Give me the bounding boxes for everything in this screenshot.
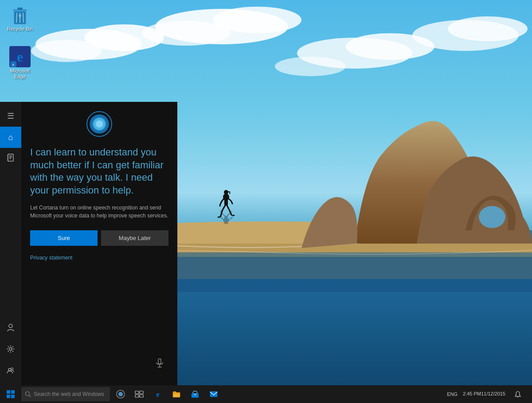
- svg-text:e: e: [156, 391, 159, 398]
- svg-rect-53: [11, 390, 15, 394]
- settings-icon: [6, 345, 15, 356]
- svg-rect-65: [173, 393, 180, 397]
- taskbar-cortana-icon: [116, 390, 125, 399]
- cortana-heading: I can learn to understand you much bette…: [30, 146, 168, 197]
- svg-rect-63: [140, 395, 143, 397]
- taskview-button[interactable]: [130, 385, 148, 403]
- taskbar-clock: 2:45 PM 11/12/2015: [461, 385, 507, 403]
- svg-rect-61: [140, 391, 143, 394]
- taskbar-explorer-button[interactable]: [168, 385, 185, 403]
- taskbar-folder-icon: [172, 390, 181, 399]
- microsoft-edge-icon[interactable]: e e Microsoft Edge: [2, 44, 38, 81]
- nav-feedback-button[interactable]: [0, 360, 21, 382]
- person-icon: [6, 323, 15, 334]
- nav-home-button[interactable]: ⌂: [0, 127, 21, 148]
- svg-rect-20: [224, 197, 228, 205]
- svg-line-57: [29, 395, 31, 397]
- recycle-bin-image: [9, 4, 31, 25]
- taskbar-right-area: ENG 2:45 PM 11/12/2015: [445, 385, 530, 403]
- nav-settings-button[interactable]: [0, 339, 21, 360]
- taskbar-mail-icon: [209, 390, 218, 399]
- maybe-later-button[interactable]: Maybe Later: [101, 230, 168, 246]
- taskbar-mail-button[interactable]: [205, 385, 223, 403]
- svg-point-22: [224, 222, 228, 224]
- cortana-left-nav: ☰ ⌂: [0, 102, 21, 385]
- taskbar-cortana-button[interactable]: [112, 385, 129, 403]
- recycle-bin-label: Recycle Bin: [7, 26, 33, 32]
- taskbar: Search the web and Windows e: [0, 385, 532, 403]
- privacy-statement-link[interactable]: Privacy statement: [30, 255, 168, 261]
- cortana-buttons-container: Sure Maybe Later: [30, 230, 168, 246]
- taskbar-store-button[interactable]: [186, 385, 204, 403]
- edge-label: Microsoft Edge: [4, 68, 36, 80]
- cortana-logo: [86, 111, 113, 137]
- nav-notebook-button[interactable]: [0, 148, 21, 169]
- notebook-icon: [6, 153, 15, 164]
- svg-rect-54: [7, 395, 10, 398]
- svg-point-6: [142, 21, 231, 46]
- svg-rect-26: [17, 8, 23, 10]
- svg-point-10: [448, 16, 528, 41]
- svg-rect-23: [224, 216, 228, 221]
- sure-button[interactable]: Sure: [30, 230, 98, 246]
- svg-rect-52: [7, 390, 10, 394]
- notifications-icon: [514, 391, 521, 398]
- search-icon: [25, 391, 31, 397]
- svg-rect-67: [194, 393, 196, 395]
- svg-point-3: [31, 40, 102, 62]
- svg-point-44: [11, 368, 13, 370]
- nav-person-button[interactable]: [0, 318, 21, 339]
- svg-point-41: [9, 324, 12, 328]
- taskbar-edge-button[interactable]: e: [149, 385, 167, 403]
- svg-point-11: [275, 57, 346, 76]
- svg-rect-60: [135, 391, 139, 394]
- svg-rect-34: [8, 154, 13, 161]
- svg-text:e: e: [12, 62, 15, 67]
- taskbar-time: 2:45 PM: [463, 391, 481, 397]
- search-placeholder: Search the web and Windows: [34, 391, 104, 397]
- svg-rect-62: [135, 395, 139, 397]
- feedback-icon: [6, 366, 15, 377]
- svg-point-17: [479, 206, 505, 228]
- home-icon: ⌂: [8, 133, 13, 142]
- start-icon: [6, 390, 15, 399]
- taskbar-date: 11/12/2015: [481, 391, 505, 397]
- taskbar-notifications-button[interactable]: [509, 385, 527, 403]
- svg-rect-55: [11, 395, 15, 398]
- svg-rect-49: [158, 359, 161, 364]
- mic-button[interactable]: [151, 354, 168, 372]
- hamburger-menu-button[interactable]: ☰: [0, 105, 21, 127]
- taskbar-search-box[interactable]: Search the web and Windows: [21, 387, 110, 401]
- svg-point-48: [96, 120, 103, 128]
- taskbar-store-icon: [191, 390, 200, 399]
- cortana-subtext: Let Cortana turn on online speech recogn…: [30, 204, 168, 220]
- taskview-icon: [135, 390, 144, 399]
- taskbar-edge-icon: e: [153, 390, 162, 399]
- mic-icon: [154, 358, 165, 368]
- edge-image: e e: [9, 46, 31, 67]
- cortana-content-area: I can learn to understand you much bette…: [21, 102, 177, 385]
- hamburger-icon: ☰: [7, 111, 14, 121]
- mic-area: [30, 261, 168, 376]
- svg-text:e: e: [17, 49, 23, 65]
- cortana-panel: ☰ ⌂: [0, 102, 177, 385]
- taskbar-language-button[interactable]: ENG: [445, 385, 459, 403]
- svg-point-42: [9, 348, 12, 350]
- svg-rect-68: [210, 391, 217, 397]
- start-button[interactable]: [2, 385, 20, 403]
- cortana-logo-container: [30, 111, 168, 137]
- svg-line-29: [23, 13, 23, 23]
- svg-line-27: [16, 13, 17, 23]
- recycle-bin-icon[interactable]: Recycle Bin: [2, 2, 38, 34]
- svg-point-59: [118, 392, 123, 396]
